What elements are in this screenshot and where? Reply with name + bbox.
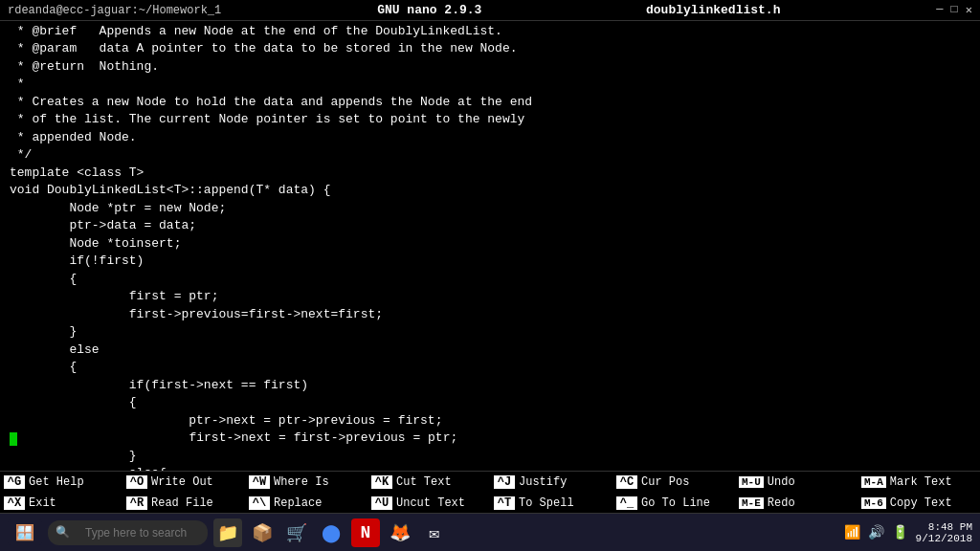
code-line: { <box>10 271 970 289</box>
search-icon: 🔍 <box>56 525 70 540</box>
menu-mark-text[interactable]: M-A Mark Text <box>858 472 980 493</box>
email-icon: ✉ <box>430 522 440 543</box>
window-controls[interactable]: ─ □ ✕ <box>936 3 972 17</box>
menu-read-file[interactable]: ^R Read File <box>122 493 245 514</box>
firefox-icon: 🦊 <box>390 522 411 543</box>
code-line: if(!first) <box>10 253 970 272</box>
menu-replace[interactable]: ^\ Replace <box>245 493 368 514</box>
date-display: 9/12/2018 <box>916 533 972 544</box>
shortcut-go-to-line: ^_ <box>616 496 637 510</box>
menu-go-to-line[interactable]: ^_ Go To Line <box>612 493 735 514</box>
menu-justify[interactable]: ^J Justify <box>490 472 612 493</box>
code-line: first->previous=first->next=first; <box>10 306 970 324</box>
menu-undo[interactable]: M-U Undo <box>735 472 858 493</box>
minimize-button[interactable]: ─ <box>936 3 943 17</box>
label-cut-text: Cut Text <box>396 475 452 489</box>
menu-copy-text[interactable]: M-6 Copy Text <box>858 493 980 514</box>
menu-cut-text[interactable]: ^K Cut Text <box>368 472 490 493</box>
code-line: Node *toinsert; <box>10 235 970 253</box>
editor-area: * @brief Appends a new Node at the end o… <box>0 21 980 471</box>
taskbar-email[interactable]: ✉ <box>420 518 449 547</box>
label-uncut-text: Uncut Text <box>396 496 465 510</box>
shortcut-get-help: ^G <box>4 475 25 489</box>
label-replace: Replace <box>274 496 322 510</box>
code-line: else{ <box>10 466 970 472</box>
label-justify: Justify <box>519 475 567 489</box>
taskbar-right: 📶 🔊 🔋 8:48 PM 9/12/2018 <box>844 521 972 544</box>
menu-redo[interactable]: M-E Redo <box>735 493 858 514</box>
dropbox-icon: 📦 <box>252 522 273 543</box>
label-where-is: Where Is <box>274 475 329 489</box>
taskbar-file-manager[interactable]: 📁 <box>213 518 242 547</box>
label-undo: Undo <box>768 475 795 489</box>
label-redo: Redo <box>768 496 795 510</box>
volume-icon[interactable]: 🔊 <box>868 524 884 540</box>
cursor-block <box>10 432 17 446</box>
code-line: if(first->next == first) <box>10 377 970 395</box>
menu-exit[interactable]: ^X Exit <box>0 493 122 514</box>
menu-where-is[interactable]: ^W Where Is <box>245 472 368 493</box>
menu-to-spell[interactable]: ^T To Spell <box>490 493 612 514</box>
taskbar-n-icon[interactable]: N <box>351 518 380 547</box>
title-bar: rdeanda@ecc-jaguar:~/Homework_1 GNU nano… <box>0 0 980 21</box>
code-line: { <box>10 360 970 378</box>
taskbar: 🪟 🔍 📁 📦 🛒 ⬤ N 🦊 ✉ 📶 🔊 🔋 8:48 PM 9/12/201… <box>0 513 980 551</box>
code-line: ptr->data = data; <box>10 218 970 236</box>
clock: 8:48 PM 9/12/2018 <box>916 521 972 544</box>
close-button[interactable]: ✕ <box>966 3 972 17</box>
shortcut-exit: ^X <box>4 496 25 510</box>
shortcut-copy-text: M-6 <box>861 497 886 509</box>
code-line: * of the list. The current Node pointer … <box>10 112 970 130</box>
code-line: template <class T> <box>10 165 970 183</box>
menu-bar: ^G Get Help ^O Write Out ^W Where Is ^K … <box>0 471 980 513</box>
code-line: * appended Node. <box>10 129 970 147</box>
label-get-help: Get Help <box>29 475 84 489</box>
label-cur-pos: Cur Pos <box>641 475 689 489</box>
code-line: { <box>10 395 970 413</box>
code-line: first = ptr; <box>10 289 970 307</box>
taskbar-chrome[interactable]: ⬤ <box>317 518 345 547</box>
shortcut-to-spell: ^T <box>494 496 515 510</box>
code-line: * @brief Appends a new Node at the end o… <box>10 23 970 41</box>
terminal-title: rdeanda@ecc-jaguar:~/Homework_1 <box>8 4 221 17</box>
search-input[interactable] <box>76 522 200 543</box>
search-container[interactable]: 🔍 <box>48 520 208 545</box>
code-line: * @param data A pointer to the data to b… <box>10 41 970 59</box>
time-display: 8:48 PM <box>928 521 972 533</box>
taskbar-store[interactable]: 🛒 <box>282 518 311 547</box>
label-to-spell: To Spell <box>519 496 574 510</box>
taskbar-firefox[interactable]: 🦊 <box>386 518 414 547</box>
code-line: Node *ptr = new Node; <box>10 200 970 218</box>
label-mark-text: Mark Text <box>890 475 952 489</box>
n-app-icon: N <box>361 523 371 542</box>
start-button[interactable]: 🪟 <box>8 519 42 545</box>
code-line: } <box>10 324 970 342</box>
label-copy-text: Copy Text <box>890 496 952 510</box>
shortcut-read-file: ^R <box>126 496 147 510</box>
label-read-file: Read File <box>151 496 213 510</box>
menu-uncut-text[interactable]: ^U Uncut Text <box>368 493 490 514</box>
code-line: */ <box>10 147 970 165</box>
code-line: void DoublyLinkedList<T>::append(T* data… <box>10 183 970 201</box>
code-line: first->next = first->previous = ptr; <box>10 430 970 449</box>
code-line: ptr->next = ptr->previous = first; <box>10 412 970 430</box>
shortcut-cur-pos: ^C <box>616 475 637 489</box>
battery-icon[interactable]: 🔋 <box>892 524 908 540</box>
shortcut-uncut-text: ^U <box>371 496 392 510</box>
menu-get-help[interactable]: ^G Get Help <box>0 472 122 493</box>
shortcut-write-out: ^O <box>126 475 147 489</box>
maximize-button[interactable]: □ <box>951 3 958 17</box>
network-icon[interactable]: 📶 <box>844 524 860 540</box>
taskbar-dropbox[interactable]: 📦 <box>248 518 277 547</box>
windows-icon: 🪟 <box>15 523 34 541</box>
nano-version: GNU nano 2.9.3 <box>377 3 481 17</box>
menu-cur-pos[interactable]: ^C Cur Pos <box>612 472 735 493</box>
shortcut-redo: M-E <box>739 497 764 509</box>
shortcut-replace: ^\ <box>249 496 270 510</box>
shortcut-where-is: ^W <box>249 475 270 489</box>
shortcut-justify: ^J <box>494 475 515 489</box>
code-line: } <box>10 448 970 466</box>
shortcut-undo: M-U <box>739 476 764 488</box>
menu-write-out[interactable]: ^O Write Out <box>122 472 245 493</box>
app-name: GNU nano 2.9.3 doublylinkedlist.h <box>377 3 780 17</box>
